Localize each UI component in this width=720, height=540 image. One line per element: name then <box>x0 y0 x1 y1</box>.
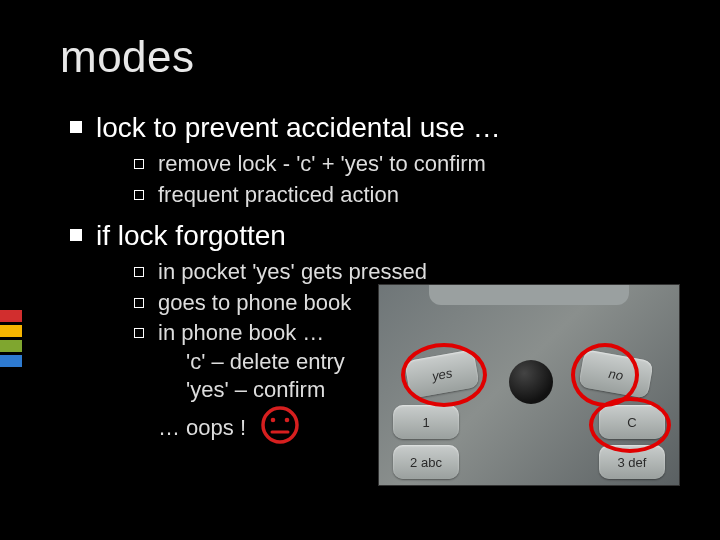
accent-bars <box>0 310 22 370</box>
svg-point-2 <box>285 418 290 423</box>
accent-bar <box>0 325 22 337</box>
accent-bar <box>0 355 22 367</box>
phone-joystick <box>509 360 553 404</box>
phone-screen <box>429 284 629 305</box>
highlight-circle-icon <box>401 343 487 407</box>
slide-title: modes <box>60 32 680 82</box>
accent-bar <box>0 310 22 322</box>
bullet-text: lock to prevent accidental use … <box>96 112 501 143</box>
bullet-text: in phone book … <box>158 320 324 345</box>
phone-photo: yes no C 1 2 abc 3 def <box>378 284 680 486</box>
phone-key-2: 2 abc <box>393 445 459 479</box>
bullet-level2: remove lock - 'c' + 'yes' to confirm <box>134 150 680 179</box>
bullet-sublist: remove lock - 'c' + 'yes' to confirm fre… <box>96 150 680 209</box>
phone-key-1: 1 <box>393 405 459 439</box>
bullet-level2: in pocket 'yes' gets pressed <box>134 258 680 287</box>
bullet-level2: frequent practiced action <box>134 181 680 210</box>
svg-point-1 <box>271 418 276 423</box>
svg-point-0 <box>263 408 297 442</box>
accent-bar <box>0 340 22 352</box>
highlight-circle-icon <box>589 397 671 453</box>
bullet-level1: lock to prevent accidental use … remove … <box>70 110 680 210</box>
sad-face-icon <box>260 405 300 453</box>
oops-text: … oops ! <box>158 415 246 440</box>
bullet-text: if lock forgotten <box>96 220 286 251</box>
slide: modes lock to prevent accidental use … r… <box>0 0 720 540</box>
